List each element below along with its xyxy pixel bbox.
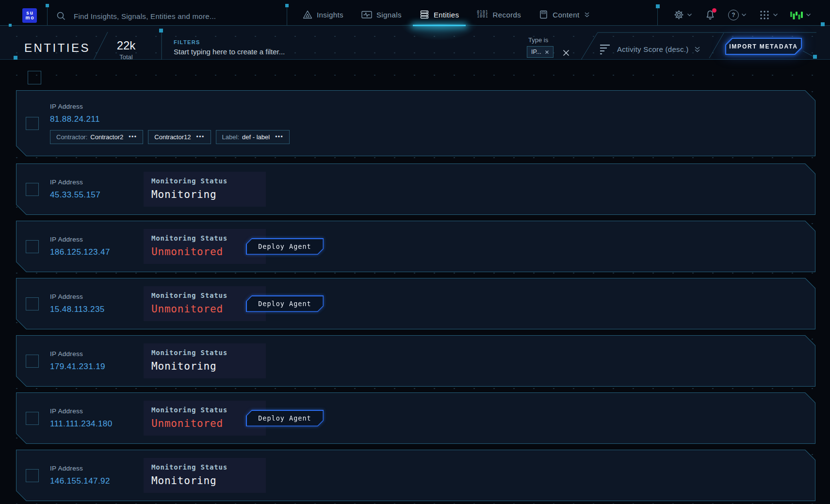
apps-menu[interactable]: [759, 9, 778, 21]
monitoring-status-label: Monitoring Status: [151, 234, 258, 242]
app-window: su mo Find Insights, Signals, Entities a…: [0, 0, 830, 504]
monitoring-status-label: Monitoring Status: [151, 349, 258, 357]
corner-accent-square: [656, 4, 660, 8]
ip-address-label: IP Address: [50, 407, 144, 415]
monitoring-status-value: Monitoring: [151, 189, 258, 200]
search-icon: [56, 11, 66, 21]
ip-address-link[interactable]: 111.111.234.180: [50, 419, 113, 429]
tab-label: Records: [493, 11, 521, 19]
ip-address-link[interactable]: 45.33.55.157: [50, 190, 100, 200]
entity-checkbox[interactable]: [26, 412, 39, 425]
deploy-agent-button[interactable]: Deploy Agent: [246, 295, 324, 312]
entity-card: IP Address81.88.24.211Contractor:Contrac…: [16, 90, 815, 156]
ip-address-link[interactable]: 81.88.24.211: [50, 114, 100, 124]
import-metadata-button[interactable]: IMPORT METADATA: [725, 38, 802, 55]
settings-menu[interactable]: [673, 9, 692, 20]
entity-checkbox[interactable]: [26, 117, 39, 130]
search-placeholder: Find Insights, Signals, Entities and mor…: [74, 12, 216, 20]
top-nav: su mo Find Insights, Signals, Entities a…: [0, 0, 830, 26]
ip-address-link[interactable]: 146.155.147.92: [50, 476, 110, 486]
grid-apps-icon: [759, 9, 770, 21]
total-count-label: Total: [110, 53, 142, 61]
chevron-down-icon: [687, 13, 692, 16]
entity-card: IP Address146.155.147.92Monitoring Statu…: [16, 450, 815, 501]
tab-label: Content: [553, 11, 579, 19]
monitoring-status-label: Monitoring Status: [151, 177, 258, 185]
page-title: ENTITIES: [24, 41, 90, 55]
tag-value: def - label: [242, 133, 270, 141]
entity-checkbox[interactable]: [26, 183, 39, 196]
filter-input[interactable]: Start typing here to create a filter...: [174, 48, 436, 56]
sort-descending-icon: [600, 44, 611, 54]
global-search-input[interactable]: Find Insights, Signals, Entities and mor…: [49, 7, 285, 25]
select-all-checkbox[interactable]: [28, 71, 41, 84]
entity-checkbox[interactable]: [26, 297, 39, 310]
tag-value: Contractor2: [90, 133, 123, 141]
deploy-agent-button[interactable]: Deploy Agent: [246, 238, 324, 255]
chip-remove-icon[interactable]: [545, 50, 549, 54]
gear-icon: [673, 9, 684, 20]
entity-checkbox[interactable]: [26, 355, 39, 368]
tag-more-icon[interactable]: •••: [129, 133, 137, 140]
corner-accent-square: [813, 55, 817, 59]
ip-address-label: IP Address: [50, 465, 144, 472]
tag-chip[interactable]: Label:def - label•••: [216, 130, 290, 144]
primary-nav: Insights Signals Entiti: [303, 0, 590, 26]
tag-list: Contractor:Contractor2•••Contractor12•••…: [50, 130, 815, 144]
nav-divider: [657, 7, 658, 25]
entity-checkbox[interactable]: [26, 240, 39, 253]
entity-card: IP Address111.111.234.180Monitoring Stat…: [16, 392, 815, 444]
filter-chip-value: IP...: [531, 49, 541, 55]
content-icon: [539, 10, 548, 19]
entities-icon: [420, 10, 429, 19]
tab-insights[interactable]: Insights: [303, 3, 343, 26]
account-menu[interactable]: [790, 10, 811, 20]
entity-card: IP Address179.41.231.19Monitoring Status…: [16, 335, 815, 387]
clear-filters-icon[interactable]: [562, 49, 570, 57]
filters-section-label: FILTERS: [174, 39, 200, 45]
tag-chip[interactable]: Contractor12•••: [148, 130, 211, 144]
double-chevron-down-icon: [584, 12, 590, 18]
chevron-down-icon: [741, 13, 747, 16]
entity-card: IP Address186.125.123.47Monitoring Statu…: [16, 221, 815, 272]
tag-chip[interactable]: Contractor:Contractor2•••: [50, 130, 143, 144]
tag-key: Label:: [222, 133, 239, 141]
tab-label: Entities: [434, 11, 459, 19]
sort-control[interactable]: Activity Score (desc.): [600, 44, 700, 54]
ip-address-link[interactable]: 179.41.231.19: [50, 362, 105, 372]
corner-accent-square: [285, 4, 289, 7]
corner-accent-square: [14, 56, 17, 60]
sumo-logo-text-bottom: mo: [26, 16, 35, 20]
tab-label: Signals: [376, 11, 402, 19]
tab-content[interactable]: Content: [539, 3, 589, 26]
monitoring-status-value: Monitoring: [151, 475, 258, 487]
tab-signals[interactable]: Signals: [361, 3, 402, 26]
chevron-down-icon: [806, 13, 811, 16]
monitoring-status-value: Monitoring: [151, 360, 258, 372]
notifications-button[interactable]: [704, 9, 716, 21]
nav-divider: [287, 7, 287, 25]
tab-label: Insights: [317, 11, 343, 19]
tab-records[interactable]: 0101 1001 Records: [477, 3, 521, 26]
corner-accent-square: [9, 24, 12, 27]
records-icon: 0101 1001: [477, 11, 488, 19]
ip-address-link[interactable]: 186.125.123.47: [50, 247, 110, 257]
ip-address-link[interactable]: 15.48.113.235: [50, 305, 105, 314]
corner-accent-square: [159, 29, 163, 33]
monitoring-status-block: Monitoring StatusMonitoring: [144, 172, 266, 207]
total-count-value: 22k: [110, 39, 142, 52]
tag-more-icon[interactable]: •••: [196, 133, 205, 140]
sumo-logo[interactable]: su mo: [22, 8, 37, 23]
org-logo-icon: [790, 10, 803, 20]
monitoring-status-value: Unmonitored: [151, 246, 258, 258]
deploy-button-label: Deploy Agent: [246, 410, 324, 426]
help-menu[interactable]: ?: [728, 10, 747, 20]
deploy-agent-button[interactable]: Deploy Agent: [246, 410, 324, 426]
entity-checkbox[interactable]: [26, 469, 39, 482]
tab-entities[interactable]: Entities: [420, 3, 459, 26]
total-count: 22k Total: [110, 39, 142, 61]
filter-chip[interactable]: IP...: [527, 46, 553, 58]
tag-more-icon[interactable]: •••: [275, 133, 283, 140]
tag-key: Contractor:: [56, 133, 87, 141]
monitoring-status-value: Unmonitored: [151, 303, 258, 315]
